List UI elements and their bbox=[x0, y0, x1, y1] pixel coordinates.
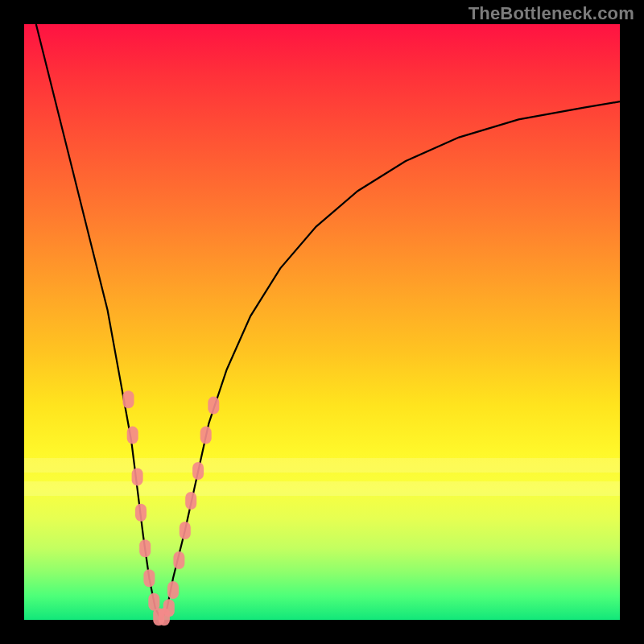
curve-marker bbox=[167, 581, 179, 599]
curve-marker bbox=[180, 522, 191, 539]
curve-marker bbox=[135, 504, 147, 522]
plot-area bbox=[24, 24, 620, 620]
curve-marker bbox=[192, 462, 204, 480]
curve-marker bbox=[139, 539, 151, 557]
bottleneck-curve-svg bbox=[24, 24, 620, 620]
curve-marker bbox=[185, 492, 196, 510]
curve-marker bbox=[208, 397, 219, 415]
curve-markers bbox=[123, 390, 220, 625]
watermark-text: TheBottleneck.com bbox=[469, 3, 634, 24]
curve-marker bbox=[163, 599, 175, 617]
curve-marker bbox=[132, 468, 143, 485]
bottleneck-curve bbox=[36, 24, 620, 620]
curve-marker bbox=[143, 569, 155, 587]
chart-frame: TheBottleneck.com bbox=[0, 0, 644, 644]
curve-marker bbox=[200, 427, 212, 444]
curve-marker bbox=[127, 427, 138, 444]
curve-marker bbox=[173, 551, 184, 569]
curve-marker bbox=[123, 390, 134, 408]
